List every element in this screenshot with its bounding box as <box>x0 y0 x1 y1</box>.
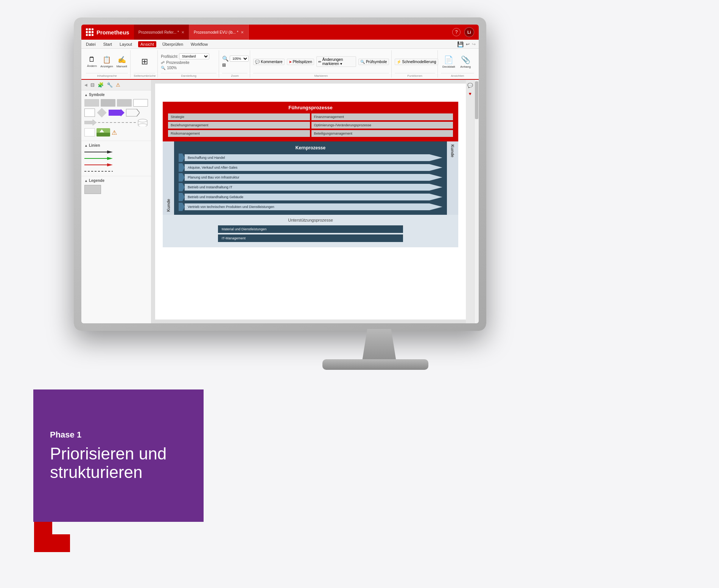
svg-marker-3 <box>126 109 140 116</box>
shape-chevron[interactable] <box>126 109 140 116</box>
svg-marker-18 <box>179 173 185 182</box>
scrollbar-vertical[interactable] <box>474 80 479 323</box>
fuehrung-box-beziehung[interactable]: Beziehungsmanagement <box>168 122 310 129</box>
ribbon-btn-deckblatt[interactable]: 📄 Deckblatt <box>441 54 456 69</box>
kern-process-6[interactable]: Vertrieb von technischen Produkten und D… <box>179 203 442 211</box>
redo-icon[interactable]: ↪ <box>472 42 476 47</box>
nav-icon-wrench[interactable]: 🔧 <box>107 82 113 88</box>
kern-process-1[interactable]: Beschaffung und Handel <box>179 154 442 162</box>
sidebar-section-legende: ▲ Legende <box>81 176 151 196</box>
canvas-area[interactable]: Führungsprozesse Strategie Finanzmanagem… <box>151 80 474 323</box>
zoom-select[interactable]: 105% <box>230 56 249 62</box>
scrollbar-thumb[interactable] <box>475 81 478 119</box>
nav-icon-puzzle[interactable]: 🧩 <box>98 82 104 88</box>
tab-1-close[interactable]: ✕ <box>181 30 184 34</box>
ribbon-btn-anzeigen[interactable]: 📋 Anzeigen <box>100 55 114 69</box>
menu-datei[interactable]: Datei <box>84 41 97 47</box>
svg-point-6 <box>138 119 147 122</box>
ribbon-btn-pfeilspitzen[interactable]: ➤Pfeilspitzen <box>287 59 314 65</box>
shape-rect-4[interactable] <box>133 99 148 107</box>
ribbon-btn-aendern[interactable]: 🗒 Ändern <box>86 55 98 68</box>
ribbon-btn-aenderungen[interactable]: ✏Änderungen markieren ▾ <box>316 56 356 67</box>
kern-process-4[interactable]: Betrieb und Instandhaltung IT <box>179 183 442 191</box>
app-name: Prometheus <box>96 29 129 36</box>
right-strip-comment-icon[interactable]: 💬 <box>467 83 473 88</box>
fuehrung-box-finanz[interactable]: Finanzmanagement <box>311 113 453 120</box>
line-black-arrow[interactable] <box>84 150 148 154</box>
section-header-linien: ▲ Linien <box>84 143 148 147</box>
kern-process-3[interactable]: Planung und Bau von Infrastruktur <box>179 173 442 182</box>
kunde-left: Kunde <box>163 141 174 215</box>
unterstuetz-title: Unterstützungsprozesse <box>168 218 453 222</box>
nav-icon-table[interactable]: ⊟ <box>90 82 95 88</box>
line-red-arrow[interactable] <box>84 163 148 167</box>
app-logo-area: Prometheus <box>81 28 134 36</box>
shape-landscape[interactable] <box>96 128 110 137</box>
right-strip: 💬 ♥ <box>466 80 474 323</box>
monitor: Prometheus Prozessmodell Refer... * ✕ Pr… <box>74 17 486 331</box>
ribbon-btn-kommentare[interactable]: 💬Kommentare <box>253 59 284 65</box>
tab-1[interactable]: Prozessmodell Refer... * ✕ <box>134 25 189 40</box>
zoom-fit-icon[interactable]: ⊞ <box>222 62 226 68</box>
fuehrung-container: Führungsprozesse Strategie Finanzmanagem… <box>163 91 458 141</box>
fuehrung-box-beteiligung[interactable]: Beteiligungsmanagement <box>311 130 453 137</box>
ribbon-btn-pruefsymbole[interactable]: 🔍Prüfsymbole <box>358 59 389 65</box>
fuehrung-body: Führungsprozesse Strategie Finanzmanagem… <box>163 102 458 141</box>
unterstuetz-box-2[interactable]: IT-Management <box>218 234 403 242</box>
shape-arrow-purple[interactable] <box>109 109 125 116</box>
shape-rect-2[interactable] <box>101 99 115 107</box>
shape-square[interactable] <box>84 109 95 117</box>
unterstuetz-section: Unterstützungsprozesse Material und Dien… <box>163 215 458 247</box>
shape-arrow-right[interactable] <box>84 119 96 126</box>
diagram: Führungsprozesse Strategie Finanzmanagem… <box>155 84 466 252</box>
svg-marker-2 <box>109 109 125 116</box>
zoom-icon[interactable]: 🔍 <box>222 56 229 62</box>
kern-process-5[interactable]: Betrieb und Instandhaltung Gebäude <box>179 193 442 201</box>
svg-marker-19 <box>179 183 185 191</box>
nav-arrow-left[interactable]: ◀ <box>84 83 87 87</box>
tab-2-close[interactable]: ✕ <box>241 30 244 34</box>
fuehrung-box-optimierung[interactable]: Optimierungs-/Veränderungsprozesse <box>311 122 453 129</box>
shape-rect-3[interactable] <box>117 99 132 107</box>
profilsicht-select[interactable]: Standard <box>179 53 209 59</box>
titlebar-right: ? Li <box>452 27 479 37</box>
shape-diamond[interactable] <box>96 109 107 117</box>
monitor-bezel: Prometheus Prozessmodell Refer... * ✕ Pr… <box>81 25 479 323</box>
nav-icon-warning[interactable]: ⚠ <box>116 82 120 88</box>
titlebar: Prometheus Prozessmodell Refer... * ✕ Pr… <box>81 25 479 40</box>
right-strip-heart-icon[interactable]: ♥ <box>468 91 471 96</box>
kern-process-2[interactable]: Akquise, Verkauf und After-Sales <box>179 163 442 172</box>
menu-layout[interactable]: Layout <box>118 41 134 47</box>
menu-start[interactable]: Start <box>102 41 114 47</box>
fuehrung-box-risiko[interactable]: Risikomanagement <box>168 130 310 137</box>
save-icon[interactable]: 💾 <box>457 41 464 47</box>
menu-ueberpruefen[interactable]: Überprüfen <box>161 41 185 47</box>
svg-marker-11 <box>107 157 113 160</box>
fuehrung-box-strategie[interactable]: Strategie <box>168 113 310 120</box>
kern-title: Kernprozesse <box>179 145 442 150</box>
menu-workflow[interactable]: Workflow <box>189 41 209 47</box>
undo-icon[interactable]: ↩ <box>466 42 470 47</box>
unterstuetz-box-1[interactable]: Material und Dienstleistungen <box>218 225 403 233</box>
ribbon-btn-schnellmodellierung[interactable]: ⚡Schnellmodellierung <box>395 59 438 65</box>
line-green-arrow[interactable] <box>84 156 148 161</box>
shape-warning-small[interactable]: ⚠ <box>112 129 117 136</box>
tab-2[interactable]: Prozessmodell EVU (ib... * ✕ <box>189 25 249 40</box>
shape-blank[interactable] <box>84 128 95 137</box>
line-dashed[interactable] <box>84 169 148 174</box>
main-area: ◀ ⊟ 🧩 🔧 ⚠ ▲ Symbole <box>81 80 479 323</box>
shape-dash-line[interactable] <box>98 122 136 123</box>
menubar: Datei Start Layout Ansicht Überprüfen Wo… <box>81 40 479 49</box>
shape-cylinder[interactable] <box>137 119 148 126</box>
ribbon-btn-seitenumbruch[interactable]: ⊞ <box>140 56 149 67</box>
monitor-base <box>322 359 428 370</box>
shape-rect-1[interactable] <box>84 99 99 107</box>
ribbon-btn-manuell[interactable]: ✍ Manuell <box>115 55 128 69</box>
legend-box[interactable] <box>84 185 101 194</box>
user-profile-button[interactable]: Li <box>464 27 474 37</box>
svg-marker-17 <box>179 163 185 172</box>
menu-ansicht[interactable]: Ansicht <box>138 41 156 47</box>
help-button[interactable]: ? <box>452 28 461 36</box>
ribbon-btn-anhang[interactable]: 📎 Anhang <box>459 54 472 69</box>
svg-marker-21 <box>179 203 185 211</box>
